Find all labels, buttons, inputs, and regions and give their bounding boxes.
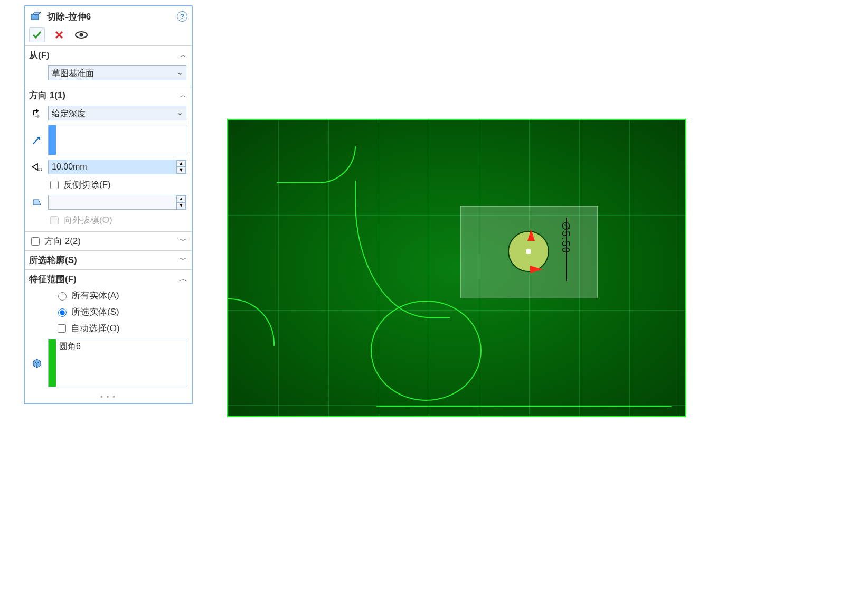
svg-rect-0 xyxy=(31,14,39,20)
direction-arrow-up[interactable] xyxy=(527,229,535,241)
reverse-direction-button[interactable] xyxy=(30,106,44,120)
feature-scope-label: 特征范围(F) xyxy=(29,273,179,285)
solid-body-icon xyxy=(30,356,44,370)
direction-arrow-right[interactable] xyxy=(530,266,543,273)
spin-down-button[interactable]: ▼ xyxy=(176,167,186,174)
chevron-up-icon: ︿ xyxy=(179,90,187,101)
diameter-dimension[interactable]: ∅5.50 xyxy=(560,221,572,254)
flip-side-checkbox[interactable]: 反侧切除(F) xyxy=(30,179,186,191)
chevron-up-icon: ︿ xyxy=(179,274,187,285)
svg-point-2 xyxy=(80,33,83,37)
draft-outward-checkbox: 向外拔模(O) xyxy=(30,214,186,226)
model-edge xyxy=(355,181,450,318)
chevron-up-icon: ︿ xyxy=(179,50,187,61)
property-manager-panel: 切除-拉伸6 ? 从(F) ︿ 草图基准面 方向 1(1) ︿ xyxy=(24,5,193,404)
spin-up-button[interactable]: ▲ xyxy=(176,195,186,202)
section-body-feature-scope: 所有实体(A) 所选实体(S) 自动选择(O) 圆角6 xyxy=(25,288,192,392)
direction-vector-icon xyxy=(30,133,44,147)
all-bodies-radio[interactable]: 所有实体(A) xyxy=(30,289,186,302)
model-edge xyxy=(371,301,482,401)
direction-reference-listbox[interactable] xyxy=(48,125,186,155)
direction2-enable-checkbox[interactable]: 方向 2(2) xyxy=(29,235,179,247)
start-condition-select[interactable]: 草图基准面 xyxy=(48,65,186,80)
spin-down-button[interactable]: ▼ xyxy=(176,202,186,209)
body-list-item[interactable]: 圆角6 xyxy=(56,339,84,387)
svg-text:D1: D1 xyxy=(37,167,42,171)
ok-button[interactable] xyxy=(29,27,45,42)
end-condition-select[interactable]: 给定深度 xyxy=(48,106,186,120)
depth-icon: D1 xyxy=(30,160,44,174)
selected-contours-label: 所选轮廓(S) xyxy=(29,254,179,266)
section-header-from[interactable]: 从(F) ︿ xyxy=(25,46,192,64)
model-edge xyxy=(277,146,356,183)
section-from-label: 从(F) xyxy=(29,49,179,61)
auto-select-checkbox[interactable]: 自动选择(O) xyxy=(30,322,186,334)
bodies-listbox[interactable]: 圆角6 xyxy=(48,339,186,387)
section-header-direction1[interactable]: 方向 1(1) ︿ xyxy=(25,86,192,105)
section-header-feature-scope[interactable]: 特征范围(F) ︿ xyxy=(25,270,192,288)
depth-spinner[interactable]: ▲ ▼ xyxy=(176,160,186,174)
selected-bodies-radio[interactable]: 所选实体(S) xyxy=(30,306,186,318)
confirmation-row xyxy=(25,25,192,45)
section-body-from: 草图基准面 xyxy=(25,64,192,86)
chevron-down-icon: ﹀ xyxy=(179,236,187,247)
feature-title: 切除-拉伸6 xyxy=(47,11,91,23)
section-header-direction2[interactable]: 方向 2(2) ﹀ xyxy=(25,232,192,250)
preview-toggle-button[interactable] xyxy=(73,27,89,42)
section-dir1-label: 方向 1(1) xyxy=(29,89,179,101)
depth-input[interactable] xyxy=(48,160,186,174)
model-edge xyxy=(376,406,672,407)
chevron-down-icon: ﹀ xyxy=(179,255,187,266)
section-body-direction1: 给定深度 D1 ▲ ▼ xyxy=(25,105,192,231)
model-edge xyxy=(227,298,275,346)
graphics-viewport[interactable]: ∅5.50 xyxy=(227,119,686,417)
spin-up-button[interactable]: ▲ xyxy=(176,160,186,167)
cancel-button[interactable] xyxy=(51,27,67,42)
help-button[interactable]: ? xyxy=(177,11,187,22)
feature-title-row: 切除-拉伸6 ? xyxy=(25,6,192,25)
panel-resize-grip[interactable]: • • • xyxy=(25,392,192,403)
draft-angle-input[interactable] xyxy=(48,195,186,210)
section-header-selected-contours[interactable]: 所选轮廓(S) ﹀ xyxy=(25,251,192,269)
draft-body-icon xyxy=(30,195,44,209)
cut-extrude-icon xyxy=(29,10,43,23)
draft-spinner[interactable]: ▲ ▼ xyxy=(176,195,186,209)
